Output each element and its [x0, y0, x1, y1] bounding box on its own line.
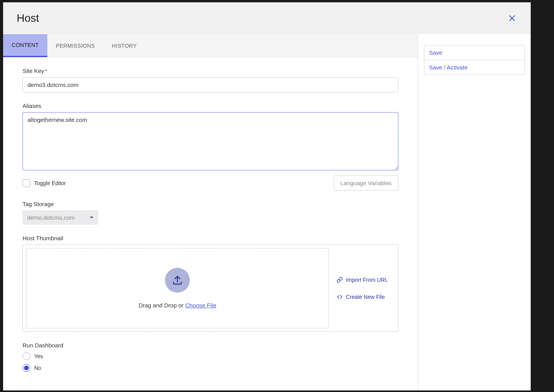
upload-circle [165, 268, 190, 293]
site-key-input[interactable] [23, 77, 398, 92]
run-dashboard-label: Run Dashboard [23, 342, 398, 349]
tab-permissions[interactable]: Permissions [47, 34, 104, 57]
run-dashboard-yes[interactable]: Yes [23, 352, 398, 360]
tab-content[interactable]: Content [3, 34, 47, 57]
language-variables-button[interactable]: Language Variables [334, 175, 398, 191]
import-from-url-button[interactable]: Import From URL [337, 277, 388, 283]
tab-history[interactable]: History [103, 34, 145, 57]
choose-file-link[interactable]: Choose File [185, 302, 216, 309]
toggle-editor-wrap[interactable]: Toggle Editor [23, 179, 66, 187]
link-icon [337, 277, 343, 283]
create-new-file-button[interactable]: Create New File [337, 294, 388, 300]
field-site-key: Site Key* [23, 68, 398, 92]
thumbnail-container: Drag and Drop or Choose File Import From… [23, 245, 398, 332]
close-icon [509, 15, 516, 22]
field-host-thumbnail: Host Thumbnail Drag and [23, 235, 398, 332]
toggle-editor-label: Toggle Editor [34, 180, 66, 186]
tag-storage-label: Tag Storage [23, 201, 398, 207]
field-aliases: Aliases Toggle Editor Language Variables [23, 102, 398, 191]
run-dashboard-no[interactable]: No [23, 364, 398, 372]
host-thumbnail-label: Host Thumbnail [23, 235, 398, 241]
radio-yes[interactable] [23, 352, 30, 360]
tag-storage-select[interactable]: demo.dotcms.com [23, 210, 98, 225]
thumbnail-actions: Import From URL Create New File [337, 248, 395, 328]
radio-no[interactable] [23, 364, 30, 372]
field-tag-storage: Tag Storage demo.dotcms.com [23, 201, 398, 225]
host-modal: Host Content Permissions History Site Ke… [3, 2, 531, 390]
aliases-label: Aliases [23, 102, 398, 109]
tabs: Content Permissions History [3, 34, 418, 57]
chevron-down-icon [90, 217, 94, 219]
save-button[interactable]: Save [424, 45, 524, 60]
modal-header: Host [3, 2, 531, 34]
action-list: Save Save / Activate [424, 45, 525, 75]
upload-icon [172, 274, 183, 286]
main-content: Content Permissions History Site Key* Al… [3, 34, 418, 390]
site-key-label: Site Key* [23, 68, 398, 74]
modal-title: Host [17, 12, 39, 24]
field-run-dashboard: Run Dashboard Yes No [23, 342, 398, 372]
aliases-input[interactable] [23, 112, 398, 170]
aliases-controls: Toggle Editor Language Variables [23, 175, 398, 191]
tag-storage-value: demo.dotcms.com [27, 214, 75, 221]
run-dashboard-radios: Yes No [23, 352, 398, 372]
thumbnail-dropzone[interactable]: Drag and Drop or Choose File [26, 248, 329, 328]
save-activate-button[interactable]: Save / Activate [424, 60, 524, 75]
modal-body: Content Permissions History Site Key* Al… [3, 34, 531, 390]
close-button[interactable] [507, 13, 517, 23]
code-icon [337, 294, 343, 300]
required-indicator: * [45, 68, 47, 74]
toggle-editor-checkbox[interactable] [23, 179, 30, 187]
form-area[interactable]: Site Key* Aliases Toggle Editor Language… [3, 57, 418, 390]
drop-text: Drag and Drop or Choose File [139, 302, 216, 309]
sidebar: Save Save / Activate [418, 34, 531, 390]
